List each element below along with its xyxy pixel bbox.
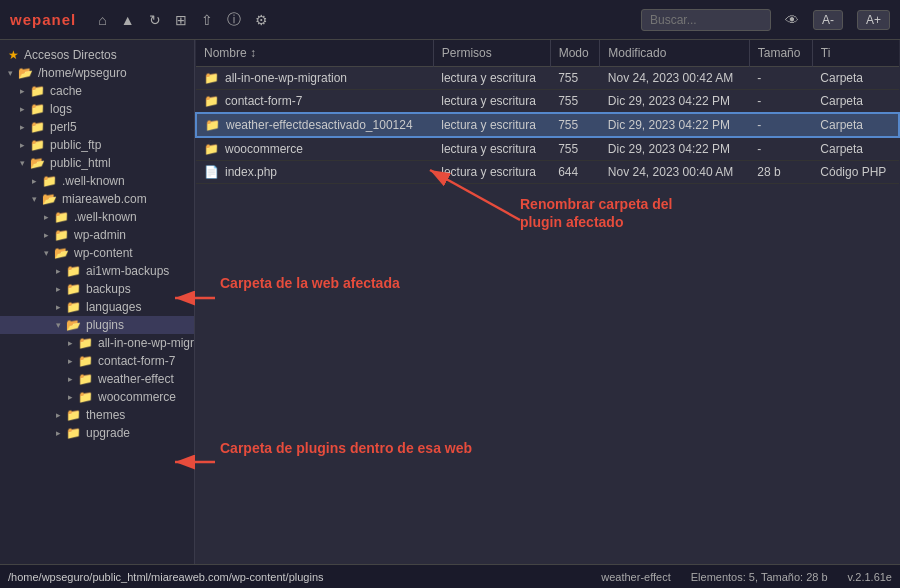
upload-icon[interactable]: ⇧ [201,12,213,28]
cell-tamano: - [749,67,812,90]
folder-icon: 📁 [66,426,81,440]
col-tipo[interactable]: Ti [812,40,899,67]
sidebar-item-well-known[interactable]: ▸📁.well-known [0,172,194,190]
cell-modificado: Dic 29, 2023 04:22 PM [600,90,749,114]
chevron-icon: ▸ [56,302,61,312]
sidebar-item-label: wp-content [74,246,133,260]
sidebar-item-weather-effect[interactable]: ▸📁weather-effect [0,370,194,388]
sidebar-item-label: miareaweb.com [62,192,147,206]
sidebar-item-label: plugins [86,318,124,332]
chevron-icon: ▾ [32,194,37,204]
font-decrease-button[interactable]: A- [813,10,843,30]
sidebar-item-well-known2[interactable]: ▸📁.well-known [0,208,194,226]
chevron-icon: ▸ [56,266,61,276]
folder-open-icon: 📂 [54,246,69,260]
cell-name: 📁 all-in-one-wp-migration [196,67,433,90]
search-input[interactable] [641,9,771,31]
cell-tipo: Carpeta [812,90,899,114]
sidebar-item-public_html[interactable]: ▾📂public_html [0,154,194,172]
file-name-text: weather-effectdesactivado_100124 [226,118,413,132]
up-icon[interactable]: ▲ [121,12,135,28]
cell-tipo: Carpeta [812,113,899,137]
sidebar-item-label: .well-known [74,210,137,224]
cell-modificado: Nov 24, 2023 00:40 AM [600,161,749,184]
file-name-text: woocommerce [225,142,303,156]
cell-tipo: Código PHP [812,161,899,184]
col-tamano[interactable]: Tamaño [749,40,812,67]
logo: wepanel [10,11,76,28]
sidebar-item-label: .well-known [62,174,125,188]
sidebar-item-woocommerce-sb[interactable]: ▸📁woocommerce [0,388,194,406]
sidebar-item-all-in-one-wp-migr[interactable]: ▸📁all-in-one-wp-migra [0,334,194,352]
col-modificado[interactable]: Modificado [600,40,749,67]
sidebar-item-perl5[interactable]: ▸📁perl5 [0,118,194,136]
chevron-icon: ▸ [44,212,49,222]
sidebar-item-label: cache [50,84,82,98]
col-permisos[interactable]: Permisos [433,40,550,67]
folder-icon: 📁 [66,408,81,422]
sidebar-item-wp-admin[interactable]: ▸📁wp-admin [0,226,194,244]
col-nombre[interactable]: Nombre ↕ [196,40,433,67]
sidebar-item-logs[interactable]: ▸📁logs [0,100,194,118]
grid-icon[interactable]: ⊞ [175,12,187,28]
sidebar-item-cache[interactable]: ▸📁cache [0,82,194,100]
folder-icon: 📁 [66,264,81,278]
cell-modo: 644 [550,161,600,184]
bottombar: /home/wpseguro/public_html/miareaweb.com… [0,564,900,588]
sidebar: ★Accesos Directos▾📂/home/wpseguro▸📁cache… [0,40,195,564]
table-row[interactable]: 📁 woocommerce lectura y escritura 755 Di… [196,137,899,161]
table-row[interactable]: 📁 weather-effectdesactivado_100124 lectu… [196,113,899,137]
cell-name: 📁 contact-form-7 [196,90,433,114]
cell-name: 📁 weather-effectdesactivado_100124 [196,113,433,137]
sidebar-item-miareaweb[interactable]: ▾📂miareaweb.com [0,190,194,208]
sidebar-item-backups[interactable]: ▸📁backups [0,280,194,298]
folder-open-icon: 📂 [30,156,45,170]
eye-icon[interactable]: 👁 [785,12,799,28]
file-type-icon: 📁 [205,118,220,132]
sidebar-item-plugins[interactable]: ▾📂plugins [0,316,194,334]
chevron-icon: ▾ [8,68,13,78]
sidebar-item-public_ftp[interactable]: ▸📁public_ftp [0,136,194,154]
file-name-text: contact-form-7 [225,94,302,108]
home-icon[interactable]: ⌂ [98,12,106,28]
sidebar-item-upgrade[interactable]: ▸📁upgrade [0,424,194,442]
table-row[interactable]: 📄 index.php lectura y escritura 644 Nov … [196,161,899,184]
folder-icon: 📁 [78,372,93,386]
elements-info: Elementos: 5, Tamaño: 28 b [691,571,828,583]
sidebar-item-wp-content[interactable]: ▾📂wp-content [0,244,194,262]
font-increase-button[interactable]: A+ [857,10,890,30]
cell-permisos: lectura y escritura [433,137,550,161]
chevron-icon: ▾ [44,248,49,258]
cell-permisos: lectura y escritura [433,113,550,137]
cell-tamano: 28 b [749,161,812,184]
settings-icon[interactable]: ⚙ [255,12,268,28]
sidebar-item-label: all-in-one-wp-migra [98,336,195,350]
sidebar-item-themes[interactable]: ▸📁themes [0,406,194,424]
sidebar-item-languages[interactable]: ▸📁languages [0,298,194,316]
file-name-text: all-in-one-wp-migration [225,71,347,85]
chevron-icon: ▸ [68,338,73,348]
chevron-icon: ▾ [56,320,61,330]
info-icon[interactable]: ⓘ [227,11,241,29]
cell-modo: 755 [550,67,600,90]
version-info: v.2.1.61e [848,571,892,583]
cell-modificado: Dic 29, 2023 04:22 PM [600,113,749,137]
folder-icon: 📁 [54,228,69,242]
sidebar-item-ai1wm-backups[interactable]: ▸📁ai1wm-backups [0,262,194,280]
cell-tamano: - [749,137,812,161]
table-row[interactable]: 📁 all-in-one-wp-migration lectura y escr… [196,67,899,90]
refresh-icon[interactable]: ↻ [149,12,161,28]
sidebar-item-accesos[interactable]: ★Accesos Directos [0,46,194,64]
cell-tamano: - [749,113,812,137]
chevron-icon: ▸ [68,392,73,402]
col-modo[interactable]: Modo [550,40,600,67]
file-type-icon: 📁 [204,71,219,85]
sidebar-item-label: contact-form-7 [98,354,175,368]
star-icon: ★ [8,48,19,62]
sidebar-item-contact-form-7-sb[interactable]: ▸📁contact-form-7 [0,352,194,370]
sidebar-item-home_wpseguro[interactable]: ▾📂/home/wpseguro [0,64,194,82]
table-row[interactable]: 📁 contact-form-7 lectura y escritura 755… [196,90,899,114]
cell-tipo: Carpeta [812,137,899,161]
folder-icon: 📁 [30,138,45,152]
sidebar-item-label: public_ftp [50,138,101,152]
